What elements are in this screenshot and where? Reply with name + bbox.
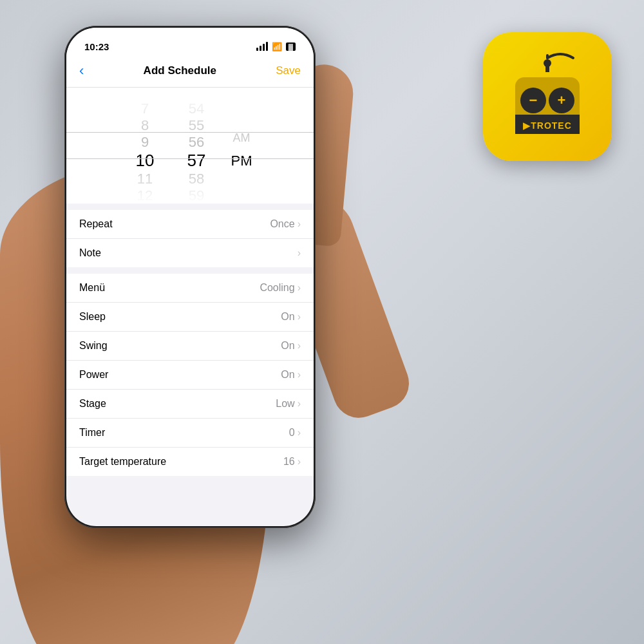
signal-icon [256,42,268,51]
power-value-text: On [281,369,294,381]
swing-chevron: › [298,340,301,352]
swing-row[interactable]: Swing On › [66,332,314,361]
repeat-value-text: Once [270,218,294,230]
repeat-value: Once › [270,218,301,230]
power-label: Power [79,369,108,381]
section-gap-1 [66,204,314,210]
app-icon: − + ▶TROTEC [483,32,612,161]
repeat-chevron: › [298,218,301,230]
phone: 10:23 📶 ▓ ‹ Add Schedule Save [64,26,316,528]
app-icon-svg: − + ▶TROTEC [496,45,599,148]
swing-value-text: On [281,340,294,352]
minute-item: 59 [171,187,222,204]
section-gap-2 [66,267,314,274]
power-value: On › [281,369,301,381]
stage-value: Low › [276,398,301,410]
menu-value-text: Cooling [260,282,294,294]
phone-wrapper: 10:23 📶 ▓ ‹ Add Schedule Save [64,26,316,528]
page-title: Add Schedule [144,64,216,77]
timer-chevron: › [298,427,301,439]
svg-rect-1 [545,63,549,72]
sleep-value: On › [281,311,301,323]
swing-value: On › [281,340,301,352]
time-picker[interactable]: 7 8 9 10 11 12 1 54 55 56 57 58 [66,88,314,204]
svg-text:+: + [558,92,566,108]
nav-bar: ‹ Add Schedule Save [66,56,314,88]
sleep-chevron: › [298,311,301,323]
target-temp-chevron: › [298,456,301,468]
hour-item: 11 [119,171,171,187]
stage-value-text: Low [276,398,294,410]
list-section-1: Repeat Once › Note › [66,210,314,267]
wifi-icon: 📶 [272,42,282,52]
save-button[interactable]: Save [276,64,301,77]
minute-item: 58 [171,171,222,187]
stage-chevron: › [298,398,301,410]
minute-item: 54 [171,100,222,117]
hour-item: 7 [119,100,171,117]
sleep-label: Sleep [79,311,106,323]
target-temp-value: 16 › [283,456,301,468]
hour-item: 12 [119,187,171,204]
battery-icon: ▓ [286,43,296,51]
stage-label: Stage [79,398,106,410]
sleep-row[interactable]: Sleep On › [66,303,314,332]
menu-label: Menü [79,282,105,294]
note-label: Note [79,247,101,259]
phone-screen: 10:23 📶 ▓ ‹ Add Schedule Save [66,28,314,526]
repeat-row[interactable]: Repeat Once › [66,210,314,239]
repeat-label: Repeat [79,218,113,230]
sleep-value-text: On [281,311,294,323]
target-temp-label: Target temperature [79,456,166,468]
note-row[interactable]: Note › [66,239,314,267]
list-section-2: Menü Cooling › Sleep On › Swing [66,274,314,476]
menu-row[interactable]: Menü Cooling › [66,274,314,303]
timer-label: Timer [79,427,105,439]
status-time: 10:23 [84,41,109,52]
app-icon-wrapper: − + ▶TROTEC [483,32,612,161]
swing-label: Swing [79,340,108,352]
power-row[interactable]: Power On › [66,361,314,390]
timer-value-text: 0 [289,427,295,439]
svg-text:▶TROTEC: ▶TROTEC [523,120,572,131]
power-chevron: › [298,369,301,381]
picker-selection-bar [66,132,314,159]
note-value: › [298,247,301,259]
status-bar: 10:23 📶 ▓ [66,28,314,56]
status-icons: 📶 ▓ [256,42,296,52]
timer-row[interactable]: Timer 0 › [66,419,314,448]
timer-value: 0 › [289,427,301,439]
note-chevron: › [298,247,301,259]
svg-text:−: − [529,92,538,108]
target-temp-value-text: 16 [283,456,295,468]
stage-row[interactable]: Stage Low › [66,390,314,419]
menu-chevron: › [298,282,301,294]
target-temp-row[interactable]: Target temperature 16 › [66,448,314,476]
menu-value: Cooling › [260,282,301,294]
back-button[interactable]: ‹ [79,62,84,79]
